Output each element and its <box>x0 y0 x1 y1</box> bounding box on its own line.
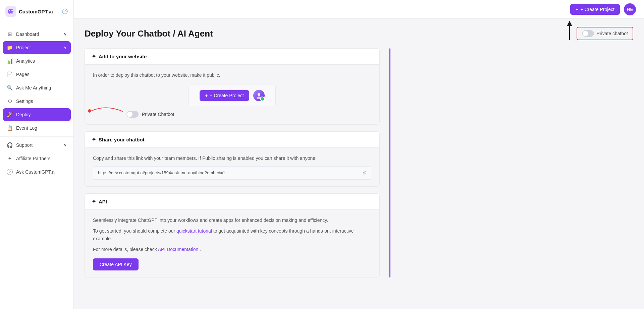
sidebar-item-label: Project <box>16 45 31 50</box>
sidebar-nav: ⊞ Dashboard ∨ 📁 Project ∨ 📊 Analytics 📄 … <box>0 23 73 309</box>
section-body-api: Seamlessly integrate ChatGPT into your w… <box>85 210 379 277</box>
search-icon: 🔍 <box>7 85 13 91</box>
sidebar-item-project[interactable]: 📁 Project ∨ <box>3 41 71 54</box>
section-private-chatbot-toggle[interactable] <box>126 111 139 118</box>
sidebar-item-dashboard[interactable]: ⊞ Dashboard ∨ <box>3 28 71 41</box>
affiliate-icon: ✦ <box>7 156 13 162</box>
share-desc: Copy and share this link with your team … <box>93 154 371 162</box>
support-icon: 🎧 <box>7 142 13 148</box>
sidebar-item-label: Event Log <box>16 125 37 131</box>
api-docs-link[interactable]: API Documentation <box>158 247 199 252</box>
sidebar-item-ask-me-anything[interactable]: 🔍 Ask Me Anything <box>3 81 71 94</box>
sidebar-item-support[interactable]: 🎧 Support ∨ <box>3 139 71 151</box>
private-chatbot-label: Private chatbot <box>597 31 628 36</box>
private-chatbot-toggle-row: Private Chatbot <box>93 111 371 118</box>
create-api-key-button[interactable]: Create API Key <box>93 258 139 270</box>
preview-plus-icon: + <box>205 93 208 98</box>
section-share-chatbot: ✦ Share your chatbot Copy and share this… <box>85 131 380 186</box>
vertical-divider <box>389 48 390 277</box>
chevron-down-icon: ∨ <box>64 143 67 147</box>
svg-point-2 <box>9 10 10 11</box>
clock-icon[interactable]: 🕐 <box>62 8 68 14</box>
sparkle-icon-api: ✦ <box>92 198 96 205</box>
deploy-icon: 🚀 <box>7 112 13 118</box>
deploy-preview-card: + + Create Project <box>189 84 276 107</box>
sparkle-icon: ✦ <box>92 53 96 60</box>
help-icon: ? <box>7 169 13 175</box>
api-desc-4: For more details, please check API Docum… <box>93 246 371 253</box>
private-chatbot-header-toggle[interactable]: Private chatbot <box>577 27 633 40</box>
sidebar-item-settings[interactable]: ⚙ Settings <box>3 95 71 108</box>
sidebar-item-ask-customgpt[interactable]: ? Ask CustomGPT.ai <box>3 166 71 178</box>
sparkle-icon-share: ✦ <box>92 136 96 143</box>
section-body-share: Copy and share this link with your team … <box>85 148 379 186</box>
sidebar-item-analytics[interactable]: 📊 Analytics <box>3 55 71 67</box>
section-body-add-to-website: In order to deploy this chatbot to your … <box>85 65 379 124</box>
sidebar-item-label: Analytics <box>16 58 35 64</box>
page-title: Deploy Your Chatbot / AI Agent <box>85 28 213 39</box>
section-header-share: ✦ Share your chatbot <box>85 132 379 148</box>
user-avatar-preview <box>253 90 265 101</box>
section-title-share: Share your chatbot <box>99 137 145 142</box>
section-api: ✦ API Seamlessly integrate ChatGPT into … <box>85 193 380 278</box>
private-chatbot-toggle[interactable] <box>582 30 594 37</box>
dashboard-icon: ⊞ <box>7 31 13 37</box>
sidebar-item-label: Deploy <box>16 112 31 117</box>
chevron-down-icon: ∨ <box>64 45 67 50</box>
add-to-website-desc: In order to deploy this chatbot to your … <box>93 71 371 79</box>
chevron-down-icon: ∨ <box>64 32 67 37</box>
section-add-to-website: ✦ Add to your website In order to deploy… <box>85 48 380 125</box>
sidebar-item-label: Ask Me Anything <box>16 85 51 90</box>
topbar: + + Create Project HE <box>74 0 644 19</box>
section-header-api: ✦ API <box>85 194 379 210</box>
content-scroll: Deploy Your Chatbot / AI Agent Private c… <box>74 19 644 309</box>
section-header-add-to-website: ✦ Add to your website <box>85 49 379 65</box>
pages-icon: 📄 <box>7 71 13 77</box>
analytics-icon: 📊 <box>7 58 13 64</box>
sidebar: CustomGPT.ai 🕐 ⊞ Dashboard ∨ 📁 Project ∨… <box>0 0 74 309</box>
preview-create-project-label: + Create Project <box>210 93 244 98</box>
main-content: + + Create Project HE Deploy Your Chatbo… <box>74 0 644 309</box>
sidebar-item-affiliate[interactable]: ✦ Affiliate Partners <box>3 152 71 165</box>
sidebar-item-label: Support <box>16 142 33 148</box>
sidebar-item-label: Settings <box>16 99 33 104</box>
svg-point-5 <box>258 93 260 96</box>
plus-icon: + <box>576 7 578 12</box>
api-desc-1: Seamlessly integrate ChatGPT into your w… <box>93 217 371 224</box>
api-desc-2: To get started, you should complete our … <box>93 227 371 242</box>
share-url: https://dev.customgpt.ai/projects/1594/a… <box>98 170 363 175</box>
svg-point-3 <box>11 10 13 11</box>
create-project-label: + Create Project <box>580 7 614 12</box>
app-name: CustomGPT.ai <box>19 9 53 14</box>
user-avatar-button[interactable]: HE <box>624 3 636 15</box>
sidebar-item-event-log[interactable]: 📋 Event Log <box>3 122 71 134</box>
sidebar-item-label: Pages <box>16 72 30 77</box>
avatar-initials: HE <box>627 7 633 12</box>
header-right-area: Private chatbot <box>577 27 633 40</box>
sidebar-item-label: Affiliate Partners <box>16 156 50 161</box>
svg-point-7 <box>88 109 91 113</box>
copy-icon[interactable]: ⎘ <box>363 170 366 176</box>
quickstart-tutorial-link[interactable]: quickstart tutorial <box>176 228 212 234</box>
sidebar-item-label: Ask CustomGPT.ai <box>16 169 55 175</box>
create-api-btn-label: Create API Key <box>100 262 132 267</box>
settings-icon: ⚙ <box>7 98 13 104</box>
sidebar-item-pages[interactable]: 📄 Pages <box>3 68 71 81</box>
avatar-person-icon <box>255 92 263 99</box>
share-link-container: https://dev.customgpt.ai/projects/1594/a… <box>93 166 371 180</box>
logo-icon <box>5 6 16 17</box>
create-project-button[interactable]: + + Create Project <box>570 4 620 15</box>
section-private-chatbot-label: Private Chatbot <box>142 112 174 117</box>
page-header: Deploy Your Chatbot / AI Agent Private c… <box>85 27 633 40</box>
section-title-add-to-website: Add to your website <box>99 54 147 59</box>
event-log-icon: 📋 <box>7 125 13 131</box>
preview-create-project-btn[interactable]: + + Create Project <box>200 90 249 101</box>
section-title-api: API <box>99 199 107 204</box>
app-logo: CustomGPT.ai 🕐 <box>0 0 73 23</box>
project-icon: 📁 <box>7 45 13 51</box>
sidebar-item-label: Dashboard <box>16 32 39 37</box>
svg-point-6 <box>257 97 261 99</box>
sidebar-item-deploy[interactable]: 🚀 Deploy <box>3 108 71 121</box>
